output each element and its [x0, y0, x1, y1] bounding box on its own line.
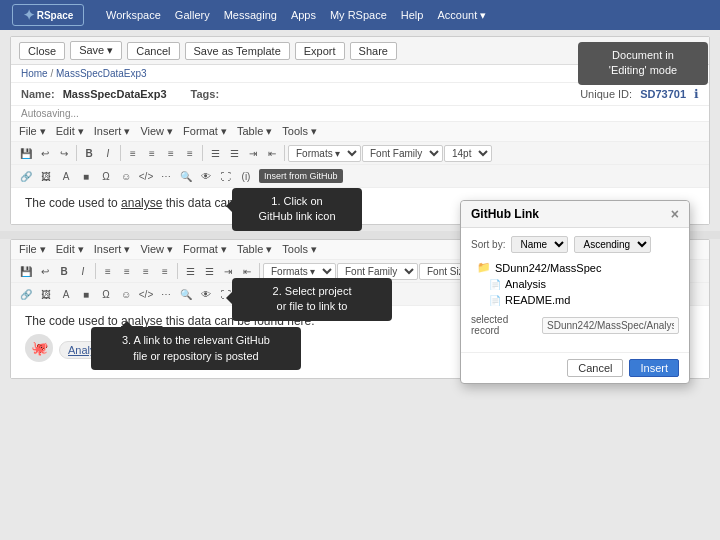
- menu-edit[interactable]: Edit ▾: [56, 125, 84, 138]
- nav-messaging[interactable]: Messaging: [224, 9, 277, 22]
- bottom-menu-table[interactable]: Table ▾: [237, 243, 272, 256]
- link-icon[interactable]: 🔗: [17, 167, 35, 185]
- selected-row: selected record: [471, 314, 679, 336]
- formats-select[interactable]: Formats ▾: [288, 145, 361, 162]
- b-sep-3: [259, 263, 260, 279]
- special-char-icon[interactable]: Ω: [97, 167, 115, 185]
- info-icon: ℹ: [694, 87, 699, 101]
- b-emoji-icon[interactable]: ☺: [117, 285, 135, 303]
- dialog-body: Sort by: Name Ascending 📁 SDunn242/MassS…: [461, 228, 689, 352]
- b-list-icon[interactable]: ☰: [181, 262, 199, 280]
- github-insert-button[interactable]: Insert from GitHub: [259, 169, 343, 183]
- align-right-icon[interactable]: ≡: [162, 144, 180, 162]
- emoji-icon[interactable]: ☺: [117, 167, 135, 185]
- nav-workspace[interactable]: Workspace: [106, 9, 161, 22]
- bottom-menu-tools[interactable]: Tools ▾: [282, 243, 317, 256]
- sort-order-select[interactable]: Ascending: [574, 236, 651, 253]
- ordered-list-icon[interactable]: ☰: [225, 144, 243, 162]
- save-button[interactable]: Save ▾: [70, 41, 122, 60]
- bottom-menu-insert[interactable]: Insert ▾: [94, 243, 131, 256]
- b-align-left-icon[interactable]: ≡: [99, 262, 117, 280]
- b-preview-icon[interactable]: 👁: [197, 285, 215, 303]
- b-save-icon[interactable]: 💾: [17, 262, 35, 280]
- color-icon[interactable]: A: [57, 167, 75, 185]
- save-icon[interactable]: 💾: [17, 144, 35, 162]
- b-link-icon[interactable]: 🔗: [17, 285, 35, 303]
- menu-view[interactable]: View ▾: [140, 125, 173, 138]
- align-center-icon[interactable]: ≡: [143, 144, 161, 162]
- tree-item-readme[interactable]: 📄 README.md: [471, 292, 679, 308]
- breadcrumb-doc[interactable]: MassSpecDataExp3: [56, 68, 147, 79]
- menu-insert[interactable]: Insert ▾: [94, 125, 131, 138]
- bottom-menu-format[interactable]: Format ▾: [183, 243, 227, 256]
- bottom-menu-file[interactable]: File ▾: [19, 243, 46, 256]
- cancel-button[interactable]: Cancel: [127, 42, 179, 60]
- b-bold-icon[interactable]: B: [55, 262, 73, 280]
- share-button[interactable]: Share: [350, 42, 397, 60]
- menu-table[interactable]: Table ▾: [237, 125, 272, 138]
- dialog-insert-button[interactable]: Insert: [629, 359, 679, 377]
- undo-icon[interactable]: ↩: [36, 144, 54, 162]
- menu-format[interactable]: Format ▾: [183, 125, 227, 138]
- menu-file[interactable]: File ▾: [19, 125, 46, 138]
- selected-record-input[interactable]: [542, 317, 679, 334]
- dialog-close-button[interactable]: ×: [671, 206, 679, 222]
- save-template-button[interactable]: Save as Template: [185, 42, 290, 60]
- sort-select[interactable]: Name: [511, 236, 568, 253]
- nav-help[interactable]: Help: [401, 9, 424, 22]
- outdent-icon[interactable]: ⇤: [263, 144, 281, 162]
- menu-tools[interactable]: Tools ▾: [282, 125, 317, 138]
- indent-icon[interactable]: ⇥: [244, 144, 262, 162]
- font-size-select[interactable]: 14pt: [444, 145, 492, 162]
- search-icon[interactable]: 🔍: [177, 167, 195, 185]
- unordered-list-icon[interactable]: ☰: [206, 144, 224, 162]
- b-image-icon[interactable]: 🖼: [37, 285, 55, 303]
- tree-item-analysis[interactable]: 📄 Analysis: [471, 276, 679, 292]
- italic-icon[interactable]: I: [99, 144, 117, 162]
- b-bg-color-icon[interactable]: ■: [77, 285, 95, 303]
- more1-icon[interactable]: ⋯: [157, 167, 175, 185]
- logo: ✦ RSpace: [12, 4, 84, 26]
- bold-icon[interactable]: B: [80, 144, 98, 162]
- b-char-icon[interactable]: Ω: [97, 285, 115, 303]
- b-undo-icon[interactable]: ↩: [36, 262, 54, 280]
- nav-account[interactable]: Account ▾: [437, 9, 486, 22]
- nav-myrspace[interactable]: My RSpace: [330, 9, 387, 22]
- b-italic-icon[interactable]: I: [74, 262, 92, 280]
- tree-folder[interactable]: 📁 SDunn242/MassSpec: [471, 259, 679, 276]
- b-font-family-select[interactable]: Font Family: [337, 263, 418, 280]
- bottom-menu-view[interactable]: View ▾: [140, 243, 173, 256]
- callout-3: 3. A link to the relevant GitHub file or…: [91, 327, 301, 370]
- b-align-right-icon[interactable]: ≡: [137, 262, 155, 280]
- preview-icon[interactable]: 👁: [197, 167, 215, 185]
- b-more1-icon[interactable]: ⋯: [157, 285, 175, 303]
- b-align-center-icon[interactable]: ≡: [118, 262, 136, 280]
- close-button[interactable]: Close: [19, 42, 65, 60]
- b-color-icon[interactable]: A: [57, 285, 75, 303]
- tags-label: Tags:: [191, 88, 220, 100]
- b-align-justify-icon[interactable]: ≡: [156, 262, 174, 280]
- toolbar-sep-4: [284, 145, 285, 161]
- font-family-select[interactable]: Font Family: [362, 145, 443, 162]
- code-icon[interactable]: </>: [137, 167, 155, 185]
- toolbar-sep-3: [202, 145, 203, 161]
- dialog-cancel-button[interactable]: Cancel: [567, 359, 623, 377]
- b-formats-select[interactable]: Formats ▾: [263, 263, 336, 280]
- nav-apps[interactable]: Apps: [291, 9, 316, 22]
- toolbar-sep-1: [76, 145, 77, 161]
- export-button[interactable]: Export: [295, 42, 345, 60]
- align-left-icon[interactable]: ≡: [124, 144, 142, 162]
- bg-color-icon[interactable]: ■: [77, 167, 95, 185]
- nav-gallery[interactable]: Gallery: [175, 9, 210, 22]
- breadcrumb-home[interactable]: Home: [21, 68, 48, 79]
- fullscreen-icon[interactable]: ⛶: [217, 167, 235, 185]
- doc-name: MassSpecDataExp3: [63, 88, 167, 100]
- align-justify-icon[interactable]: ≡: [181, 144, 199, 162]
- b-code-icon[interactable]: </>: [137, 285, 155, 303]
- b-search-icon[interactable]: 🔍: [177, 285, 195, 303]
- redo-icon[interactable]: ↪: [55, 144, 73, 162]
- b-olist-icon[interactable]: ☰: [200, 262, 218, 280]
- more2-icon[interactable]: (i): [237, 167, 255, 185]
- bottom-menu-edit[interactable]: Edit ▾: [56, 243, 84, 256]
- image-icon[interactable]: 🖼: [37, 167, 55, 185]
